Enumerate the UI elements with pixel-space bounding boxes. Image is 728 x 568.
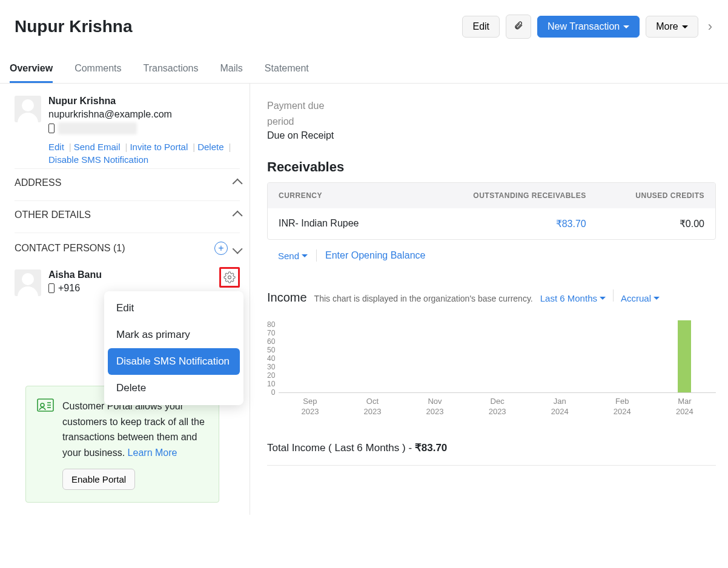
customer-email: nupurkrishna@example.com bbox=[48, 109, 240, 120]
portal-icon bbox=[37, 398, 54, 490]
send-dropdown[interactable]: Send bbox=[278, 251, 308, 261]
chart-baseline bbox=[279, 392, 716, 393]
tabs: Overview Comments Transactions Mails Sta… bbox=[0, 56, 728, 84]
divider bbox=[613, 289, 614, 302]
payment-due-value: Due on Receipt bbox=[267, 130, 716, 141]
send-label: Send bbox=[278, 251, 299, 261]
contact-person-settings-button[interactable] bbox=[219, 267, 240, 288]
attachment-button[interactable] bbox=[506, 15, 531, 39]
section-other-details-label: OTHER DETAILS bbox=[15, 210, 91, 220]
payment-due-label: Payment due period bbox=[267, 98, 340, 129]
y-axis: 80706050403020100 bbox=[267, 320, 279, 393]
th-currency: CURRENCY bbox=[279, 191, 444, 200]
tab-comments[interactable]: Comments bbox=[74, 56, 121, 83]
section-contact-persons-label: CONTACT PERSONS (1) bbox=[15, 243, 125, 254]
menu-edit[interactable]: Edit bbox=[108, 295, 240, 322]
x-tick: Mar2024 bbox=[676, 397, 693, 417]
y-tick: 80 bbox=[267, 320, 275, 329]
contact-person-name: Aisha Banu bbox=[48, 269, 102, 280]
chevron-up-icon bbox=[233, 177, 240, 188]
svg-point-2 bbox=[41, 403, 44, 407]
customer-phone-redacted bbox=[58, 122, 137, 134]
table-row: INR- Indian Rupee ₹83.70 ₹0.00 bbox=[268, 208, 715, 239]
tab-overview[interactable]: Overview bbox=[10, 56, 53, 83]
th-credits: UNUSED CREDITS bbox=[586, 191, 704, 200]
link-send-email[interactable]: Send Email bbox=[74, 142, 121, 152]
chevron-down-icon bbox=[600, 297, 606, 300]
receivables-title: Receivables bbox=[267, 159, 716, 175]
period-dropdown[interactable]: Last 6 Months bbox=[540, 293, 606, 303]
y-tick: 10 bbox=[267, 380, 275, 388]
new-transaction-label: New Transaction bbox=[548, 21, 620, 32]
x-tick: Oct2023 bbox=[364, 397, 382, 417]
y-tick: 30 bbox=[267, 363, 275, 371]
link-delete[interactable]: Delete bbox=[197, 142, 223, 152]
paperclip-icon bbox=[514, 20, 523, 33]
header-actions: Edit New Transaction More › bbox=[462, 15, 716, 39]
y-tick: 0 bbox=[271, 388, 276, 397]
y-tick: 60 bbox=[267, 337, 275, 346]
enter-opening-balance-link[interactable]: Enter Opening Balance bbox=[325, 250, 425, 261]
tab-mails[interactable]: Mails bbox=[220, 56, 243, 83]
accrual-dropdown[interactable]: Accrual bbox=[621, 293, 660, 303]
contact-person-phone: +916 bbox=[58, 283, 80, 294]
income-subtext: This chart is displayed in the organizat… bbox=[314, 294, 533, 303]
cell-credits: ₹0.00 bbox=[586, 218, 704, 230]
receivables-table: CURRENCY OUTSTANDING RECEIVABLES UNUSED … bbox=[267, 182, 716, 240]
th-outstanding: OUTSTANDING RECEIVABLES bbox=[444, 191, 586, 200]
y-tick: 20 bbox=[267, 371, 275, 380]
y-tick: 40 bbox=[267, 354, 275, 363]
total-income-label: Total Income ( Last 6 Months ) - bbox=[267, 442, 415, 454]
chevron-down-icon bbox=[654, 297, 660, 300]
cell-outstanding[interactable]: ₹83.70 bbox=[444, 218, 586, 230]
avatar bbox=[15, 269, 41, 296]
income-chart: 80706050403020100 Sep2023Oct2023Nov2023D… bbox=[267, 320, 716, 393]
income-title: Income bbox=[267, 291, 307, 305]
more-button[interactable]: More bbox=[646, 16, 698, 38]
link-disable-sms[interactable]: Disable SMS Notification bbox=[48, 154, 148, 165]
chevron-down-icon bbox=[623, 25, 629, 28]
chevron-down-icon bbox=[233, 243, 240, 254]
gear-icon bbox=[223, 271, 236, 283]
chevron-down-icon bbox=[682, 25, 688, 28]
main-content: Payment due period Due on Receipt Receiv… bbox=[250, 84, 728, 515]
x-tick: Feb2024 bbox=[614, 397, 631, 417]
section-other-details[interactable]: OTHER DETAILS bbox=[15, 200, 240, 229]
accrual-label: Accrual bbox=[621, 293, 651, 303]
bar bbox=[678, 320, 691, 393]
edit-button[interactable]: Edit bbox=[462, 16, 500, 38]
phone-icon bbox=[48, 124, 55, 133]
x-tick: Jan2024 bbox=[551, 397, 569, 417]
period-label: Last 6 Months bbox=[540, 293, 597, 303]
contact-person: Aisha Banu +916 Edit Mark as primary Dis… bbox=[15, 269, 240, 296]
chevron-up-icon bbox=[233, 210, 240, 220]
menu-mark-primary[interactable]: Mark as primary bbox=[108, 322, 240, 348]
section-address-label: ADDRESS bbox=[15, 177, 61, 188]
portal-learn-more-link[interactable]: Learn More bbox=[128, 447, 177, 458]
chevron-right-icon[interactable]: › bbox=[704, 19, 716, 35]
customer-name: Nupur Krishna bbox=[48, 96, 240, 107]
tab-transactions[interactable]: Transactions bbox=[144, 56, 199, 83]
avatar bbox=[15, 96, 41, 122]
menu-delete[interactable]: Delete bbox=[108, 375, 240, 401]
total-income-value: ₹83.70 bbox=[415, 442, 448, 454]
link-edit[interactable]: Edit bbox=[48, 142, 64, 152]
cell-currency: INR- Indian Rupee bbox=[279, 218, 444, 230]
contact-person-menu: Edit Mark as primary Disable SMS Notific… bbox=[104, 291, 243, 405]
divider bbox=[316, 249, 317, 262]
section-address[interactable]: ADDRESS bbox=[15, 168, 240, 197]
more-label: More bbox=[656, 21, 678, 32]
tab-statement[interactable]: Statement bbox=[265, 56, 309, 83]
sidebar: Nupur Krishna nupurkrishna@example.com E… bbox=[0, 84, 250, 515]
chevron-down-icon bbox=[302, 254, 308, 257]
link-invite-portal[interactable]: Invite to Portal bbox=[130, 142, 188, 152]
section-contact-persons[interactable]: CONTACT PERSONS (1) + bbox=[15, 233, 240, 263]
y-tick: 50 bbox=[267, 346, 275, 354]
add-contact-person-button[interactable]: + bbox=[214, 242, 228, 255]
svg-point-0 bbox=[228, 276, 231, 279]
new-transaction-button[interactable]: New Transaction bbox=[537, 16, 640, 38]
x-tick: Dec2023 bbox=[489, 397, 506, 417]
page-title: Nupur Krishna bbox=[15, 17, 132, 36]
menu-disable-sms[interactable]: Disable SMS Notification bbox=[108, 348, 240, 375]
enable-portal-button[interactable]: Enable Portal bbox=[62, 469, 135, 490]
